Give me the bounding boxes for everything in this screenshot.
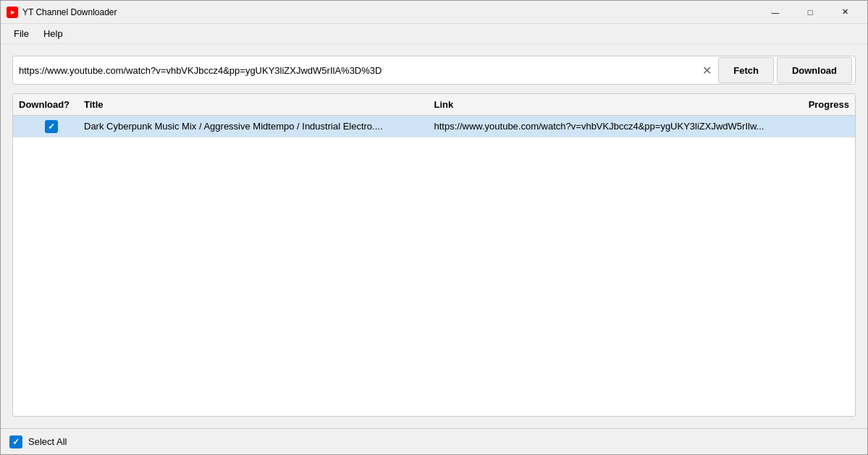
col-header-progress: Progress bbox=[784, 99, 849, 110]
select-all-label: Select All bbox=[28, 436, 67, 447]
url-input[interactable] bbox=[19, 65, 695, 76]
download-button[interactable]: Download bbox=[777, 57, 852, 83]
url-bar: ✕ Fetch Download bbox=[12, 56, 856, 85]
minimize-button[interactable]: — bbox=[759, 1, 792, 24]
menu-bar: File Help bbox=[1, 24, 867, 44]
clear-button[interactable]: ✕ bbox=[698, 61, 715, 79]
table-header: Download? Title Link Progress bbox=[13, 94, 855, 116]
table-container: Download? Title Link Progress Dark Cyber… bbox=[12, 93, 856, 417]
row-checkbox[interactable] bbox=[19, 120, 84, 133]
col-header-title: Title bbox=[84, 99, 434, 110]
menu-help[interactable]: Help bbox=[36, 25, 70, 42]
row-link: https://www.youtube.com/watch?v=vhbVKJbc… bbox=[434, 121, 785, 132]
checkbox-checked-icon[interactable] bbox=[45, 120, 58, 133]
title-bar: YT Channel Downloader — □ ✕ bbox=[1, 1, 867, 24]
maximize-button[interactable]: □ bbox=[793, 1, 827, 24]
main-window: YT Channel Downloader — □ ✕ File Help ✕ … bbox=[0, 0, 868, 455]
window-title: YT Channel Downloader bbox=[22, 7, 117, 17]
fetch-button[interactable]: Fetch bbox=[718, 57, 774, 83]
title-bar-left: YT Channel Downloader bbox=[7, 7, 117, 18]
bottom-bar: Select All bbox=[1, 428, 867, 454]
select-all-checkbox[interactable] bbox=[9, 435, 22, 448]
col-header-link: Link bbox=[434, 99, 785, 110]
row-title: Dark Cyberpunk Music Mix / Aggressive Mi… bbox=[84, 121, 434, 132]
close-button[interactable]: ✕ bbox=[828, 1, 861, 24]
table-body: Dark Cyberpunk Music Mix / Aggressive Mi… bbox=[13, 116, 855, 416]
col-header-download: Download? bbox=[19, 99, 84, 110]
app-icon bbox=[7, 7, 18, 18]
content-area: ✕ Fetch Download Download? Title Link Pr… bbox=[1, 44, 867, 428]
title-bar-controls: — □ ✕ bbox=[759, 1, 861, 24]
table-row: Dark Cyberpunk Music Mix / Aggressive Mi… bbox=[13, 116, 855, 137]
menu-file[interactable]: File bbox=[7, 25, 36, 42]
